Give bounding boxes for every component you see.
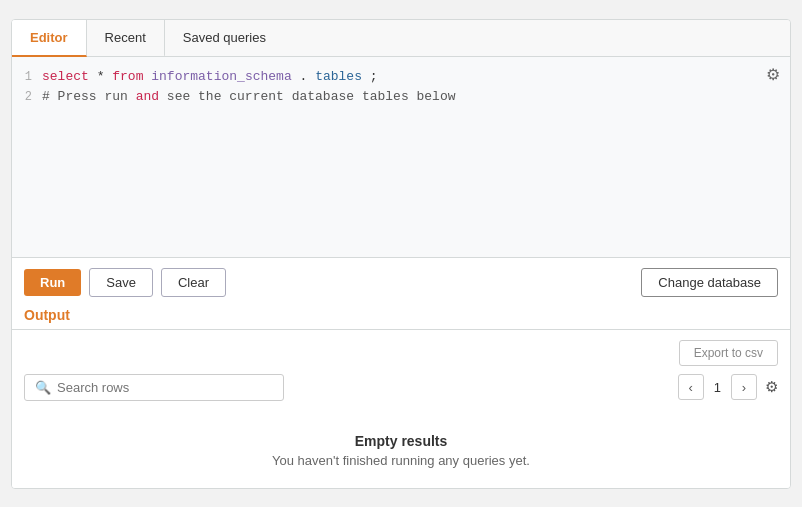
- tabs-bar: Editor Recent Saved queries: [12, 20, 790, 57]
- code-line-1: 1 select * from information_schema . tab…: [12, 67, 790, 88]
- search-input[interactable]: [57, 380, 273, 395]
- keyword-and: and: [136, 89, 159, 104]
- empty-results-title: Empty results: [24, 433, 778, 449]
- save-button[interactable]: Save: [89, 268, 153, 297]
- current-page: 1: [710, 380, 725, 395]
- search-box[interactable]: 🔍: [24, 374, 284, 401]
- output-divider: [12, 329, 790, 330]
- search-icon: 🔍: [35, 380, 51, 395]
- tab-saved-queries[interactable]: Saved queries: [165, 20, 284, 57]
- output-header: Output: [24, 307, 778, 329]
- code-content-2: # Press run and see the current database…: [42, 87, 790, 108]
- empty-results-subtitle: You haven't finished running any queries…: [24, 453, 778, 468]
- next-page-button[interactable]: ›: [731, 374, 757, 400]
- table-name: tables: [315, 69, 362, 84]
- editor-gear-icon[interactable]: ⚙: [766, 65, 780, 84]
- pagination-gear-icon[interactable]: ⚙: [765, 378, 778, 396]
- keyword-from: from: [112, 69, 143, 84]
- keyword-select: select: [42, 69, 89, 84]
- tab-editor[interactable]: Editor: [12, 20, 87, 57]
- code-content-1: select * from information_schema . table…: [42, 67, 790, 88]
- line-number-1: 1: [12, 67, 42, 87]
- output-section: Output Export to csv 🔍 ‹ 1 › ⚙ Empty res…: [12, 307, 790, 488]
- pagination: ‹ 1 › ⚙: [678, 374, 778, 400]
- toolbar: Run Save Clear Change database: [12, 257, 790, 307]
- output-controls: Export to csv: [24, 340, 778, 366]
- line-number-2: 2: [12, 87, 42, 107]
- code-editor[interactable]: 1 select * from information_schema . tab…: [12, 57, 790, 257]
- empty-results: Empty results You haven't finished runni…: [24, 417, 778, 476]
- search-pagination-row: 🔍 ‹ 1 › ⚙: [24, 374, 778, 401]
- editor-section: ⚙ 1 select * from information_schema . t…: [12, 57, 790, 257]
- schema-name: information_schema: [151, 69, 291, 84]
- export-csv-button[interactable]: Export to csv: [679, 340, 778, 366]
- change-database-button[interactable]: Change database: [641, 268, 778, 297]
- prev-page-button[interactable]: ‹: [678, 374, 704, 400]
- output-label: Output: [24, 307, 778, 329]
- tab-recent[interactable]: Recent: [87, 20, 165, 57]
- clear-button[interactable]: Clear: [161, 268, 226, 297]
- code-line-2: 2 # Press run and see the current databa…: [12, 87, 790, 108]
- run-button[interactable]: Run: [24, 269, 81, 296]
